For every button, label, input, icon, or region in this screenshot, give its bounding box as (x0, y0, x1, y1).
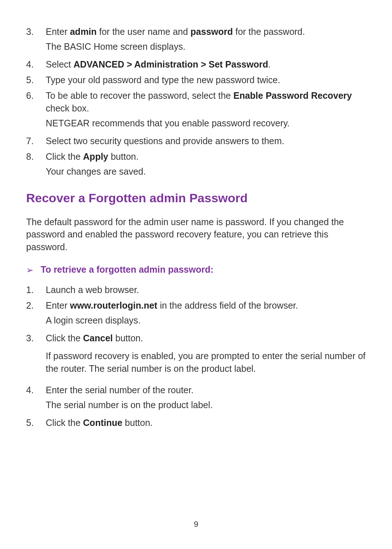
list-number: 4. (26, 384, 46, 414)
list-text: Enter the serial number of the router. (46, 384, 366, 396)
list-text: Type your old password and type the new … (46, 74, 366, 86)
list-number: 8. (26, 150, 46, 180)
list-subtext: Your changes are saved. (46, 165, 366, 178)
list-item: 3. Click the Cancel button. If password … (26, 332, 366, 377)
list-item: 1. Launch a web browser. (26, 284, 366, 296)
list-subtext: NETGEAR recommends that you enable passw… (46, 117, 366, 130)
list-content: Click the Apply button. Your changes are… (46, 150, 366, 180)
list-item: 7. Select two security questions and pro… (26, 135, 366, 147)
list-content: To be able to recover the password, sele… (46, 89, 366, 132)
list-item: 4. Select ADVANCED > Administration > Se… (26, 58, 366, 71)
list-text: Select ADVANCED > Administration > Set P… (46, 58, 366, 71)
list-text: Click the Cancel button. (46, 332, 366, 345)
list-text: Launch a web browser. (46, 284, 366, 296)
intro-paragraph: The default password for the admin user … (26, 216, 366, 253)
list-item: 3. Enter admin for the user name and pas… (26, 25, 366, 55)
lower-numbered-list: 1. Launch a web browser. 2. Enter www.ro… (26, 284, 366, 429)
list-number: 3. (26, 332, 46, 377)
subsection-heading: To retrieve a forgotten admin password: (41, 263, 213, 276)
list-subtext: The BASIC Home screen displays. (46, 40, 366, 53)
list-content: Enter www.routerlogin.net in the address… (46, 299, 366, 329)
arrow-icon: ➢ (26, 264, 33, 276)
section-heading: Recover a Forgotten admin Password (26, 190, 366, 207)
list-text: Click the Continue button. (46, 416, 366, 429)
list-item: 8. Click the Apply button. Your changes … (26, 150, 366, 180)
list-item: 4. Enter the serial number of the router… (26, 384, 366, 414)
list-text: To be able to recover the password, sele… (46, 89, 366, 115)
list-content: Select ADVANCED > Administration > Set P… (46, 58, 366, 71)
list-number: 5. (26, 74, 46, 86)
list-item: 5. Click the Continue button. (26, 416, 366, 429)
list-number: 2. (26, 299, 46, 329)
list-number: 6. (26, 89, 46, 132)
list-subtext: If password recovery is enabled, you are… (46, 350, 366, 375)
list-content: Click the Cancel button. If password rec… (46, 332, 366, 377)
list-text: Select two security questions and provid… (46, 135, 366, 147)
list-subtext: A login screen displays. (46, 314, 366, 327)
subsection-heading-row: ➢ To retrieve a forgotten admin password… (26, 263, 366, 276)
list-text: Enter admin for the user name and passwo… (46, 25, 366, 38)
list-content: Enter the serial number of the router. T… (46, 384, 366, 414)
list-content: Click the Continue button. (46, 416, 366, 429)
list-number: 4. (26, 58, 46, 71)
list-item: 5. Type your old password and type the n… (26, 74, 366, 86)
list-number: 3. (26, 25, 46, 55)
upper-numbered-list: 3. Enter admin for the user name and pas… (26, 25, 366, 180)
list-item: 2. Enter www.routerlogin.net in the addr… (26, 299, 366, 329)
list-number: 7. (26, 135, 46, 147)
list-number: 5. (26, 416, 46, 429)
list-content: Select two security questions and provid… (46, 135, 366, 147)
list-item: 6. To be able to recover the password, s… (26, 89, 366, 132)
list-number: 1. (26, 284, 46, 296)
page-number: 9 (0, 519, 392, 530)
list-text: Enter www.routerlogin.net in the address… (46, 299, 366, 312)
list-subtext: The serial number is on the product labe… (46, 399, 366, 411)
list-content: Enter admin for the user name and passwo… (46, 25, 366, 55)
list-content: Type your old password and type the new … (46, 74, 366, 86)
list-text: Click the Apply button. (46, 150, 366, 163)
list-content: Launch a web browser. (46, 284, 366, 296)
